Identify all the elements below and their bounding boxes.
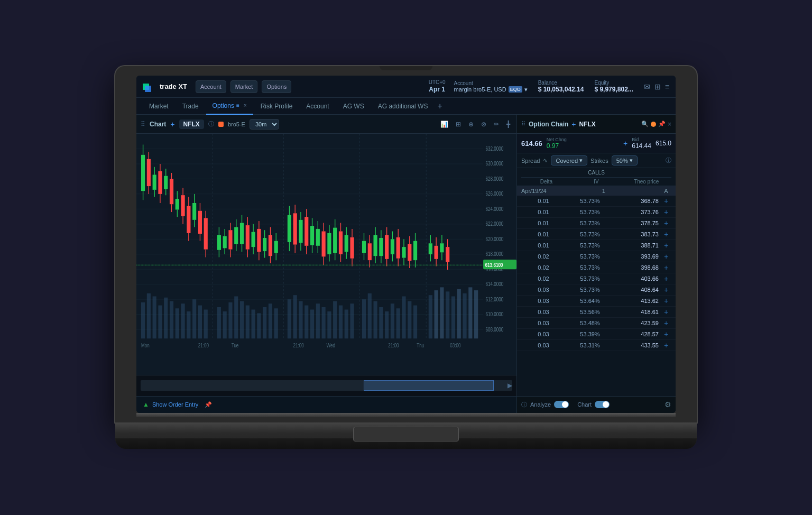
chart-layout-icon[interactable]: ⊞ bbox=[454, 119, 463, 129]
analyze-label: Analyze bbox=[530, 401, 551, 408]
show-order-entry-button[interactable]: Show Order Entry bbox=[152, 401, 198, 408]
add-row-button[interactable]: + bbox=[661, 319, 671, 327]
tab-options[interactable]: Options ≡ × bbox=[206, 98, 253, 115]
chart-cursor-icon[interactable]: ⊕ bbox=[466, 119, 476, 129]
calls-section: CALLS Delta IV Theo price bbox=[521, 168, 671, 186]
tab-ag-additional-ws[interactable]: AG additional WS bbox=[372, 98, 435, 115]
chart-bar-icon[interactable]: 📊 bbox=[438, 119, 450, 129]
svg-rect-134 bbox=[263, 238, 266, 251]
eqo-badge: EQO bbox=[509, 86, 522, 93]
chart-tools: 📊 ⊞ ⊕ ⊗ ✏ ╋ bbox=[438, 119, 512, 129]
chart-settings-icon[interactable]: ⊗ bbox=[479, 119, 488, 129]
oc-symbol-input[interactable] bbox=[579, 121, 611, 128]
add-row-button[interactable]: + bbox=[661, 219, 671, 227]
table-row: 0.01 53.73% 378.75 + bbox=[517, 218, 676, 229]
oc-pin-icon[interactable]: 📌 bbox=[658, 121, 666, 127]
add-row-button[interactable]: + bbox=[661, 241, 671, 250]
svg-rect-119 bbox=[234, 227, 238, 244]
table-row: 0.03 53.73% 408.64 + bbox=[517, 284, 676, 296]
settings-icon[interactable]: ⚙ bbox=[665, 400, 671, 409]
svg-rect-164 bbox=[327, 233, 331, 254]
tab-trade[interactable]: Trade bbox=[176, 98, 205, 115]
account-color-indicator bbox=[218, 122, 224, 127]
tab-ag-ws[interactable]: AG WS bbox=[337, 98, 371, 115]
svg-rect-83 bbox=[158, 171, 162, 194]
oc-search-icon[interactable]: 🔍 bbox=[641, 121, 649, 127]
svg-rect-63 bbox=[413, 306, 417, 339]
draw-icon[interactable]: ✏ bbox=[492, 119, 501, 129]
svg-rect-22 bbox=[158, 306, 162, 339]
tab-account[interactable]: Account bbox=[300, 98, 335, 115]
svg-rect-206 bbox=[413, 241, 417, 260]
svg-text:622.0000: 622.0000 bbox=[486, 222, 504, 227]
svg-rect-86 bbox=[164, 176, 168, 189]
svg-rect-68 bbox=[451, 297, 455, 339]
svg-rect-140 bbox=[274, 241, 278, 253]
add-row-button[interactable]: + bbox=[661, 286, 671, 294]
svg-text:628.0000: 628.0000 bbox=[486, 176, 504, 182]
add-row-button[interactable]: + bbox=[661, 341, 671, 350]
svg-rect-95 bbox=[181, 195, 184, 216]
symbol-display[interactable]: NFLX bbox=[179, 119, 204, 129]
svg-text:03:00: 03:00 bbox=[450, 343, 460, 349]
add-row-button[interactable]: + bbox=[661, 230, 671, 238]
plus-button-1[interactable]: + bbox=[623, 139, 628, 148]
spread-type-button[interactable]: Covered ▾ bbox=[551, 155, 587, 165]
crosshair-icon[interactable]: ╋ bbox=[504, 119, 512, 129]
add-tab-button[interactable]: + bbox=[437, 102, 442, 111]
add-chart-button[interactable]: + bbox=[170, 120, 174, 128]
add-row-button[interactable]: + bbox=[661, 197, 671, 205]
svg-rect-74 bbox=[141, 155, 145, 191]
svg-rect-67 bbox=[446, 292, 449, 339]
add-option-chain-button[interactable]: + bbox=[571, 120, 576, 128]
add-row-button[interactable]: + bbox=[661, 208, 671, 216]
market-button[interactable]: Market bbox=[230, 80, 258, 93]
svg-rect-31 bbox=[217, 307, 221, 338]
add-row-button[interactable]: + bbox=[661, 297, 671, 305]
svg-rect-194 bbox=[391, 240, 394, 254]
add-row-button[interactable]: + bbox=[661, 330, 671, 338]
tab-risk-profile[interactable]: Risk Profile bbox=[254, 98, 299, 115]
minimap-bar[interactable] bbox=[141, 380, 512, 391]
svg-rect-64 bbox=[429, 295, 432, 338]
drag-handle-icon: ⠿ bbox=[141, 121, 145, 128]
svg-rect-152 bbox=[304, 217, 308, 246]
svg-rect-158 bbox=[316, 229, 320, 246]
svg-rect-197 bbox=[396, 237, 400, 259]
tab-close-icon[interactable]: × bbox=[244, 103, 247, 108]
svg-text:Mon: Mon bbox=[141, 343, 150, 349]
oc-close-icon[interactable]: × bbox=[668, 121, 671, 128]
add-row-button[interactable]: + bbox=[661, 274, 671, 283]
info-icon[interactable]: ⓘ bbox=[208, 120, 214, 128]
svg-rect-89 bbox=[170, 179, 173, 205]
svg-rect-29 bbox=[198, 306, 202, 339]
toggle-knob bbox=[562, 401, 568, 408]
menu-icon[interactable]: ≡ bbox=[665, 82, 669, 91]
add-row-button[interactable]: + bbox=[661, 263, 671, 272]
svg-rect-179 bbox=[362, 241, 366, 253]
chevron-down-icon: ▾ bbox=[579, 157, 583, 164]
strikes-button[interactable]: 50% ▾ bbox=[612, 155, 638, 165]
info-icon-2[interactable]: ⓘ bbox=[666, 157, 671, 164]
svg-text:21:00: 21:00 bbox=[388, 343, 399, 349]
svg-rect-125 bbox=[246, 225, 250, 250]
analyze-toggle[interactable] bbox=[554, 401, 569, 408]
add-row-button[interactable]: + bbox=[661, 308, 671, 316]
layout-icon[interactable]: ⊞ bbox=[654, 82, 661, 91]
chart-toggle[interactable] bbox=[595, 401, 610, 408]
svg-rect-128 bbox=[251, 232, 255, 247]
svg-text:620.0000: 620.0000 bbox=[486, 236, 504, 242]
add-row-button[interactable]: + bbox=[661, 252, 671, 261]
account-button[interactable]: Account bbox=[196, 80, 226, 93]
svg-text:630.0000: 630.0000 bbox=[486, 161, 504, 167]
svg-rect-20 bbox=[147, 293, 151, 338]
timeframe-select[interactable]: 30m 1m 5m 1h 1d bbox=[250, 119, 279, 130]
tab-market[interactable]: Market bbox=[143, 98, 175, 115]
options-button[interactable]: Options bbox=[262, 80, 291, 93]
mail-icon[interactable]: ✉ bbox=[644, 82, 650, 91]
svg-text:21:00: 21:00 bbox=[293, 343, 304, 349]
svg-rect-62 bbox=[408, 301, 411, 339]
svg-text:613.6100: 613.6100 bbox=[485, 262, 503, 268]
scroll-right-icon[interactable]: ▶ bbox=[508, 382, 512, 389]
table-row: 0.03 53.48% 423.59 + bbox=[517, 318, 676, 329]
